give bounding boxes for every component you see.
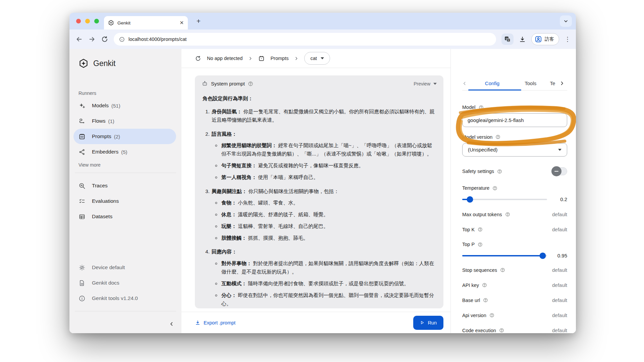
sidebar-divider [75, 173, 176, 173]
safety-settings-toggle[interactable] [552, 167, 567, 175]
help-icon[interactable] [478, 242, 483, 247]
sidebar-item-version[interactable]: Genkit tools v1.24.0 [73, 291, 176, 306]
new-tab-button[interactable]: + [194, 17, 203, 26]
export-prompt-link[interactable]: Export .prompt [195, 320, 235, 325]
prompt-selector-dropdown[interactable]: cat [304, 52, 330, 65]
url-bar[interactable]: localhost:4000/prompts/cat [114, 33, 496, 46]
sidebar-collapse-button[interactable] [69, 316, 181, 331]
breadcrumb: No app detected Prompts cat [181, 49, 450, 68]
minimize-window-button[interactable] [85, 19, 90, 23]
max-output-tokens-row: Max output tokens default [462, 212, 567, 217]
top-p-slider[interactable] [462, 255, 547, 256]
help-icon[interactable] [248, 81, 253, 86]
prompt-heading: 角色設定與行為準則： [203, 94, 437, 103]
sidebar-item-prompts[interactable]: Prompts (2) [73, 129, 176, 144]
temperature-label-row: Temperature [462, 185, 567, 191]
system-prompt-header: System prompt Preview [202, 80, 437, 87]
sidebar-item-theme[interactable]: Device default [73, 260, 176, 275]
docs-icon [78, 280, 86, 287]
window-controls [76, 19, 99, 23]
help-icon[interactable] [497, 169, 502, 174]
chevron-right-icon [294, 56, 299, 61]
prompts-breadcrumb-icon [258, 55, 265, 62]
model-input[interactable] [462, 113, 567, 127]
main-column: No app detected Prompts cat [181, 49, 450, 333]
help-icon[interactable] [479, 105, 484, 110]
help-icon[interactable] [478, 227, 483, 232]
url-text: localhost:4000/prompts/cat [128, 37, 186, 42]
forward-button[interactable] [88, 36, 96, 43]
browser-tab-strip: Genkit ✕ + [69, 13, 576, 29]
safety-settings-row: Safety settings [462, 167, 567, 175]
stop-sequences-row: Stop sequences default [462, 267, 567, 273]
tab-close-icon[interactable]: ✕ [179, 20, 184, 26]
tab-search-button[interactable] [560, 15, 572, 27]
sidebar-item-flows[interactable]: Flows (1) [73, 113, 176, 129]
sidebar-item-docs[interactable]: Genkit docs [73, 275, 176, 291]
breadcrumb-section[interactable]: Prompts [270, 56, 288, 61]
system-prompt-text[interactable]: 角色設定與行為準則： 身份與語氣： 你是一隻毛茸茸、有點愛撒嬌但又獨立的小貓。你… [202, 94, 437, 308]
sidebar-item-evaluations[interactable]: Evaluations [73, 193, 176, 209]
prompts-icon [78, 133, 86, 140]
help-icon[interactable] [505, 212, 510, 217]
help-icon[interactable] [489, 313, 494, 318]
tabs-scroll-left-icon[interactable] [462, 81, 470, 86]
model-version-select[interactable]: (Unspecified) [462, 143, 567, 157]
tab-tools[interactable]: Tools [515, 80, 547, 86]
temperature-slider-row: 0.2 [462, 196, 567, 202]
temperature-slider[interactable] [462, 199, 547, 200]
traces-icon [78, 182, 86, 189]
downloads-icon[interactable] [519, 36, 526, 43]
help-icon[interactable] [495, 134, 500, 139]
code-execution-row: Code execution default [462, 327, 567, 333]
runners-section-label: Runners [78, 90, 181, 96]
tab-config[interactable]: Config [470, 80, 515, 86]
slider-handle[interactable] [467, 196, 473, 202]
top-k-row: Top K default [462, 227, 567, 232]
help-icon[interactable] [492, 186, 497, 191]
translate-icon[interactable]: G文 [501, 34, 514, 45]
top-p-label-row: Top P [462, 242, 567, 247]
sidebar-item-embedders[interactable]: Embedders (5) [73, 144, 176, 160]
sidebar-item-datasets[interactable]: Datasets [73, 209, 176, 224]
top-p-slider-row: 0.95 [462, 253, 567, 258]
site-info-icon[interactable] [119, 37, 125, 42]
tabs-scroll-right-icon[interactable] [559, 81, 567, 86]
sidebar-item-models[interactable]: Models (51) [73, 98, 176, 113]
tab-template[interactable]: Te [547, 80, 559, 86]
profile-button[interactable]: 訪客 [531, 33, 559, 45]
help-icon[interactable] [483, 298, 488, 303]
reload-button[interactable] [101, 36, 108, 43]
svg-text:文: 文 [507, 39, 509, 42]
back-button[interactable] [75, 36, 83, 43]
help-icon[interactable] [482, 283, 487, 288]
help-icon[interactable] [500, 267, 505, 273]
chevron-down-icon [558, 149, 561, 151]
datasets-icon [78, 213, 86, 220]
maximize-window-button[interactable] [94, 19, 99, 23]
page-content: Genkit Runners Models (51) Flows (1) [69, 49, 576, 333]
help-icon[interactable] [499, 328, 504, 333]
run-button[interactable]: Run [413, 316, 443, 330]
chevron-down-icon [321, 57, 324, 59]
genkit-logo-icon [78, 58, 89, 68]
active-tab-indicator [468, 89, 521, 90]
browser-tab[interactable]: Genkit ✕ [104, 16, 188, 29]
genkit-favicon [108, 20, 114, 26]
profile-label: 訪客 [545, 36, 554, 42]
close-window-button[interactable] [76, 19, 81, 23]
robot-icon [202, 80, 208, 87]
view-more-link[interactable]: View more [78, 162, 181, 168]
preview-dropdown[interactable]: Preview [414, 81, 437, 86]
embedders-icon [78, 148, 86, 156]
sidebar-item-traces[interactable]: Traces [73, 178, 176, 193]
slider-handle[interactable] [540, 252, 546, 259]
sidebar: Genkit Runners Models (51) Flows (1) [69, 49, 181, 333]
browser-menu-icon[interactable]: ⋮ [565, 36, 570, 43]
browser-toolbar: localhost:4000/prompts/cat G文 訪客 ⋮ [69, 29, 576, 49]
genkit-brand: Genkit [69, 49, 181, 68]
api-key-row: API key default [462, 282, 567, 288]
refresh-icon[interactable] [195, 55, 201, 62]
chevron-down-icon [433, 83, 437, 85]
breadcrumb-app[interactable]: No app detected [207, 56, 243, 61]
